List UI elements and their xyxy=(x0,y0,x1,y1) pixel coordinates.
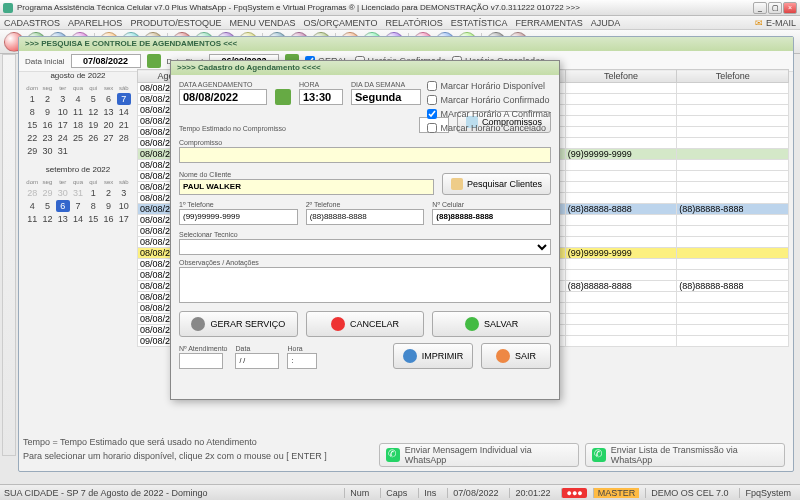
status-num: Num xyxy=(344,488,374,498)
compromisso-label: Compromisso xyxy=(179,139,551,146)
data2-label: Data xyxy=(235,345,279,352)
tel2-label: 2º Telefone xyxy=(306,201,425,208)
statusbar: SUA CIDADE - SP 7 de Agosto de 2022 - Do… xyxy=(0,484,800,500)
imprimir-button[interactable]: IMPRIMIR xyxy=(393,343,473,369)
footer: Tempo = Tempo Estimado que será usado no… xyxy=(23,435,789,467)
salvar-button[interactable]: SALVAR xyxy=(432,311,551,337)
whatsapp-icon xyxy=(592,448,606,462)
minimize-button[interactable]: _ xyxy=(753,2,767,14)
menu-item[interactable]: MENU VENDAS xyxy=(230,18,296,28)
menu-item[interactable]: PRODUTO/ESTOQUE xyxy=(130,18,221,28)
hora-label: HORA xyxy=(299,81,343,88)
menubar: CADASTROS APARELHOS PRODUTO/ESTOQUE MENU… xyxy=(0,16,800,30)
cancelar-button[interactable]: CANCELAR xyxy=(306,311,425,337)
whatsapp-icon xyxy=(386,448,400,462)
cadastro-modal: >>>> Cadastro do Agendamento <<<< DATA A… xyxy=(170,60,560,400)
modal-title: >>>> Cadastro do Agendamento <<<< xyxy=(171,61,559,75)
obs-label: Observações / Anotações xyxy=(179,259,551,266)
hora-input[interactable]: 13:30 xyxy=(299,89,343,105)
menu-item[interactable]: OS/ORÇAMENTO xyxy=(304,18,378,28)
data2-input: / / xyxy=(235,353,279,369)
tempo-label: Tempo Estimado no Compromisso xyxy=(179,125,411,132)
status-caps: Caps xyxy=(380,488,412,498)
sair-button[interactable]: SAIR xyxy=(481,343,551,369)
atend-input xyxy=(179,353,223,369)
tel2-input[interactable]: (88)88888-8888 xyxy=(306,209,425,225)
chk-disponivel[interactable]: Marcar Horário Disponível xyxy=(427,81,551,91)
status-location: SUA CIDADE - SP 7 de Agosto de 2022 - Do… xyxy=(4,488,207,498)
calendar-left: agosto de 2022 domsegterquaquisexsáb1234… xyxy=(23,69,133,431)
dia-label: DIA DA SEMANA xyxy=(351,81,421,88)
tel1-input[interactable]: (99)99999-9999 xyxy=(179,209,298,225)
calendar-grid[interactable]: domsegterquaquisexsáb1234567891011121314… xyxy=(23,82,133,159)
cel-label: Nº Celular xyxy=(432,201,551,208)
close-button[interactable]: × xyxy=(783,2,797,14)
col-header[interactable]: Telefone xyxy=(677,70,789,83)
menu-item[interactable]: APARELHOS xyxy=(68,18,122,28)
nome-label: Nome do Cliente xyxy=(179,171,434,178)
menu-item[interactable]: FERRAMENTAS xyxy=(515,18,582,28)
status-time: 20:01:22 xyxy=(509,488,555,498)
menu-item[interactable]: AJUDA xyxy=(591,18,621,28)
tel1-label: 1º Telefone xyxy=(179,201,298,208)
calendar-grid[interactable]: domsegterquaquisexsáb2829303112345678910… xyxy=(23,176,133,227)
data-agend-input[interactable]: 08/08/2022 xyxy=(179,89,267,105)
status-checks: Marcar Horário Disponível Marcar Horário… xyxy=(427,81,551,133)
status-ins: Ins xyxy=(418,488,441,498)
titlebar: Programa Assistência Técnica Celular v7.… xyxy=(0,0,800,16)
hora2-input: : xyxy=(287,353,317,369)
col-header[interactable]: Telefone xyxy=(565,70,677,83)
compromisso-input[interactable] xyxy=(179,147,551,163)
whatsapp-lista-button[interactable]: Enviar Lista de Transmissão via WhatsApp xyxy=(585,443,785,467)
status-demo: DEMO OS CEL 7.0 xyxy=(645,488,733,498)
obs-textarea[interactable] xyxy=(179,267,551,303)
email-button[interactable]: E-MAIL xyxy=(755,18,796,28)
gerar-servico-button[interactable]: GERAR SERVIÇO xyxy=(179,311,298,337)
calendar-icon[interactable] xyxy=(147,54,161,68)
chk-aconfirmar[interactable]: MArcar Horário A Confirmar xyxy=(427,109,551,119)
chk-confirmado[interactable]: Marcar Horário Confirmado xyxy=(427,95,551,105)
pesquisar-clientes-button[interactable]: Pesquisar Clientes xyxy=(442,173,551,195)
nome-input[interactable]: PAUL WALKER xyxy=(179,179,434,195)
status-fpq: FpqSystem xyxy=(739,488,796,498)
data-inicial-input[interactable]: 07/08/2022 xyxy=(71,54,141,68)
cal-header: agosto de 2022 xyxy=(23,69,133,82)
calendar-icon[interactable] xyxy=(275,89,291,105)
maximize-button[interactable]: ▢ xyxy=(768,2,782,14)
status-master: MASTER xyxy=(593,488,640,498)
side-ruler xyxy=(2,54,16,456)
tecnico-select[interactable] xyxy=(179,239,551,255)
menu-item[interactable]: RELATÓRIOS xyxy=(385,18,442,28)
status-date: 07/08/2022 xyxy=(447,488,503,498)
status-red: ●●● xyxy=(561,488,586,498)
chk-cancelado[interactable]: Marcar Horário Cancelado xyxy=(427,123,551,133)
menu-item[interactable]: CADASTROS xyxy=(4,18,60,28)
cal-header: setembro de 2022 xyxy=(23,163,133,176)
main-title: >>> PESQUISA E CONTROLE DE AGENDAMENTOS … xyxy=(19,37,793,51)
data-agend-label: DATA AGENDAMENTO xyxy=(179,81,267,88)
hora2-label: Hora xyxy=(287,345,317,352)
tecnico-label: Selecionar Tecnico xyxy=(179,231,551,238)
whatsapp-individual-button[interactable]: Enviar Mensagem Individual via WhatsApp xyxy=(379,443,579,467)
dia-input: Segunda xyxy=(351,89,421,105)
cel-input[interactable]: (88)88888-8888 xyxy=(432,209,551,225)
app-icon xyxy=(3,3,13,13)
data-inicial-label: Data Inicial xyxy=(25,57,65,66)
menu-item[interactable]: ESTATÍSTICA xyxy=(451,18,508,28)
window-title: Programa Assistência Técnica Celular v7.… xyxy=(17,3,752,12)
atend-label: Nº Atendimento xyxy=(179,345,227,352)
